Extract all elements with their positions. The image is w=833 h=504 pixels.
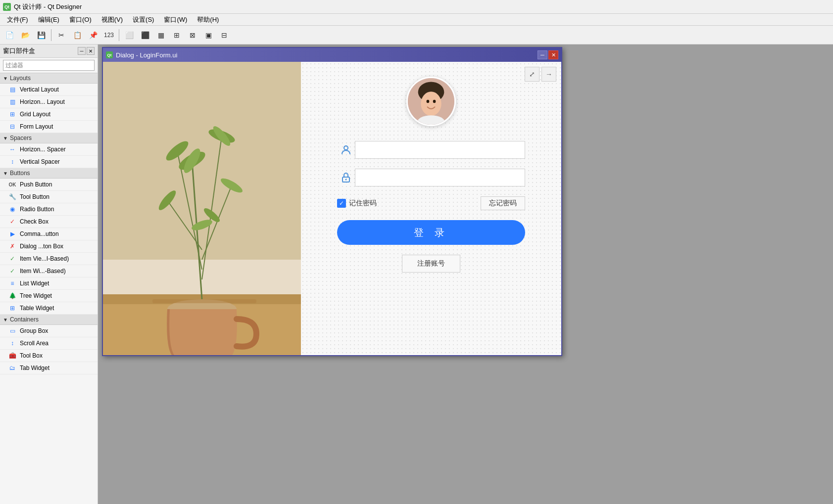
list-widget-icon: ≡: [8, 279, 17, 288]
vertical-layout-icon: ▤: [8, 85, 17, 94]
list-widget-label: List Widget: [20, 280, 49, 287]
toolbar-new[interactable]: 📄: [2, 28, 17, 42]
item-view-label: Item Vie...I-Based): [20, 255, 69, 262]
toolbar-btn11[interactable]: ⊟: [217, 28, 232, 42]
app-title: Qt 设计师 - Qt Designer: [14, 2, 82, 11]
combobox-icon: ▶: [8, 229, 17, 238]
sidebar-item-vert-spacer[interactable]: ↕ Vertical Spacer: [0, 156, 98, 168]
username-icon: [337, 141, 355, 159]
menu-window[interactable]: 窗口(O): [64, 14, 97, 25]
filter-input[interactable]: [3, 60, 95, 71]
sidebar-item-table-widget[interactable]: ⊞ Table Widget: [0, 302, 98, 315]
tree-widget-label: Tree Widget: [20, 292, 52, 299]
tool-button-icon: 🔧: [8, 192, 17, 201]
layouts-label: Layouts: [10, 75, 31, 82]
sidebar-header: 窗口部件盒 ─ ✕: [0, 45, 98, 58]
sidebar-item-grid-layout[interactable]: ⊞ Grid Layout: [0, 108, 98, 121]
form-layout-icon: ⊟: [8, 122, 17, 131]
sidebar-group-containers[interactable]: ▼ Containers: [0, 315, 98, 325]
password-row: [337, 169, 525, 186]
shrink-icon-btn[interactable]: ⤢: [525, 67, 539, 82]
forgot-button[interactable]: 忘记密码: [481, 196, 525, 210]
sidebar-close-btn[interactable]: ✕: [87, 47, 95, 55]
toolbar-btn10[interactable]: ▣: [201, 28, 216, 42]
sidebar-item-item-view[interactable]: ✓ Item Vie...I-Based): [0, 253, 98, 265]
item-view-icon: ✓: [8, 254, 17, 263]
spacers-label: Spacers: [10, 135, 32, 141]
toolbar-btn5[interactable]: ⬜: [122, 28, 137, 42]
check-box-label: Check Box: [20, 218, 49, 225]
sidebar-item-form-layout[interactable]: ⊟ Form Layout: [0, 121, 98, 133]
login-form: ✓ 记住密码 忘记密码 登 录 注册账号: [337, 141, 525, 273]
radio-button-icon: ◉: [8, 205, 17, 214]
login-button[interactable]: 登 录: [337, 220, 525, 245]
toolbar-undo[interactable]: 123: [101, 28, 116, 42]
horiz-spacer-icon: ↔: [8, 145, 17, 154]
toolbar-copy[interactable]: 📋: [70, 28, 85, 42]
sidebar-item-tool-button[interactable]: 🔧 Tool Button: [0, 191, 98, 203]
form-layout-label: Form Layout: [20, 123, 53, 130]
sidebar-item-tree-widget[interactable]: 🌲 Tree Widget: [0, 290, 98, 302]
sidebar-item-push-button[interactable]: OK Push Button: [0, 179, 98, 191]
password-input[interactable]: [355, 169, 525, 186]
password-icon: [337, 169, 355, 186]
remember-checkbox[interactable]: ✓: [337, 199, 346, 208]
sidebar-item-dialog-button[interactable]: ✗ Dialog ...ton Box: [0, 240, 98, 253]
dialog-title-bar: Qt Dialog - LoginForm.ui ─ ✕: [103, 48, 561, 62]
menu-help[interactable]: 帮助(H): [192, 14, 224, 25]
sidebar-item-vertical-layout[interactable]: ▤ Vertical Layout: [0, 84, 98, 96]
containers-arrow: ▼: [3, 317, 8, 322]
exit-icon-btn[interactable]: →: [541, 67, 556, 82]
sidebar-group-buttons[interactable]: ▼ Buttons: [0, 168, 98, 179]
sidebar-group-spacers[interactable]: ▼ Spacers: [0, 133, 98, 143]
sidebar-pin-btn[interactable]: ─: [78, 47, 86, 55]
toolbar-btn7[interactable]: ▦: [153, 28, 168, 42]
scroll-area-icon: ↕: [8, 339, 17, 348]
menu-edit[interactable]: 编辑(E): [33, 14, 64, 25]
toolbar-btn6[interactable]: ⬛: [138, 28, 152, 42]
app-icon: Qt: [3, 3, 11, 11]
sidebar-item-scroll-area[interactable]: ↕ Scroll Area: [0, 337, 98, 350]
username-input[interactable]: [355, 141, 525, 159]
sidebar-item-radio-button[interactable]: ◉ Radio Button: [0, 203, 98, 216]
sidebar-item-horiz-spacer[interactable]: ↔ Horizon... Spacer: [0, 143, 98, 156]
sidebar-item-tool-box[interactable]: 🧰 Tool Box: [0, 350, 98, 362]
toolbar-cut[interactable]: ✂: [54, 28, 69, 42]
group-box-icon: ▭: [8, 326, 17, 335]
dialog-minimize-btn[interactable]: ─: [538, 50, 547, 59]
options-row: ✓ 记住密码 忘记密码: [337, 196, 525, 210]
item-widget-label: Item Wi...-Based): [20, 268, 66, 275]
content-area: Qt Dialog - LoginForm.ui ─ ✕: [98, 45, 833, 504]
menu-window2[interactable]: 窗口(W): [159, 14, 192, 25]
sidebar-item-item-widget[interactable]: ✓ Item Wi...-Based): [0, 265, 98, 277]
sidebar-item-combobox[interactable]: ▶ Comma...utton: [0, 228, 98, 240]
app-title-bar: Qt Qt 设计师 - Qt Designer: [0, 0, 833, 14]
svg-rect-1: [103, 62, 301, 260]
sidebar-group-layouts[interactable]: ▼ Layouts: [0, 73, 98, 84]
menu-view[interactable]: 视图(V): [97, 14, 128, 25]
sidebar-item-tab-widget[interactable]: 🗂 Tab Widget: [0, 362, 98, 374]
register-button[interactable]: 注册账号: [402, 255, 460, 273]
dialog-close-btn[interactable]: ✕: [548, 50, 558, 59]
menu-settings[interactable]: 设置(S): [128, 14, 159, 25]
tab-widget-label: Tab Widget: [20, 365, 49, 371]
toolbar-btn8[interactable]: ⊞: [169, 28, 184, 42]
horiz-spacer-label: Horizon... Spacer: [20, 146, 66, 153]
buttons-label: Buttons: [10, 170, 30, 177]
containers-label: Containers: [10, 316, 39, 323]
toolbar-btn9[interactable]: ⊠: [185, 28, 200, 42]
toolbar-open[interactable]: 📂: [18, 28, 33, 42]
sidebar-item-list-widget[interactable]: ≡ List Widget: [0, 277, 98, 290]
sidebar-item-check-box[interactable]: ✓ Check Box: [0, 216, 98, 228]
menu-bar: 文件(F) 编辑(E) 窗口(O) 视图(V) 设置(S) 窗口(W) 帮助(H…: [0, 14, 833, 26]
username-row: [337, 141, 525, 159]
sidebar-item-horizontal-layout[interactable]: ▥ Horizon... Layout: [0, 96, 98, 108]
buttons-arrow: ▼: [3, 171, 8, 176]
sidebar-title: 窗口部件盒: [3, 46, 35, 55]
vertical-layout-label: Vertical Layout: [20, 86, 59, 93]
sidebar-item-group-box[interactable]: ▭ Group Box: [0, 325, 98, 337]
toolbar-paste[interactable]: 📌: [86, 28, 100, 42]
dialog-qt-icon: Qt: [106, 51, 113, 58]
toolbar-save[interactable]: 💾: [34, 28, 49, 42]
menu-file[interactable]: 文件(F): [2, 14, 33, 25]
